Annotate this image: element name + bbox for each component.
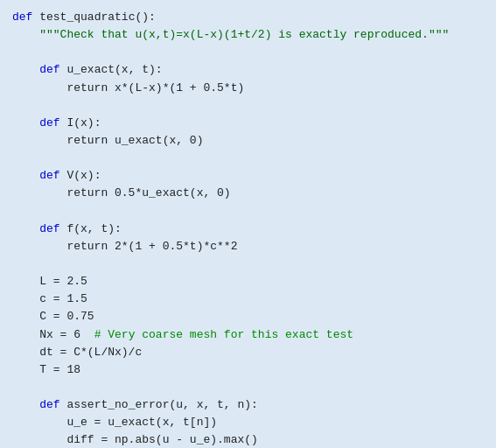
code-line: return 0.5*u_exact(x, 0) [12, 185, 484, 202]
code-line: return x*(L-x)*(1 + 0.5*t) [12, 80, 484, 97]
code-line [12, 379, 484, 396]
code-line [12, 97, 484, 115]
code-container: def test_quadratic(): """Check that u(x,… [0, 0, 496, 448]
code-line [12, 150, 484, 167]
code-line [12, 44, 484, 61]
code-line: return 2*(1 + 0.5*t)*c**2 [12, 238, 484, 256]
code-line: T = 18 [12, 361, 484, 379]
code-line: def f(x, t): [12, 220, 484, 238]
code-line: def V(x): [12, 167, 484, 185]
code-block: def test_quadratic(): """Check that u(x,… [12, 9, 484, 448]
code-line [12, 203, 484, 220]
code-line: L = 2.5 [12, 273, 484, 290]
code-line: def test_quadratic(): [12, 9, 484, 26]
code-line: C = 0.75 [12, 308, 484, 326]
code-line: u_e = u_exact(x, t[n]) [12, 414, 484, 431]
code-line: def assert_no_error(u, x, t, n): [12, 396, 484, 414]
code-line: c = 1.5 [12, 290, 484, 308]
code-line: return u_exact(x, 0) [12, 132, 484, 150]
code-line: Nx = 6 # Very coarse mesh for this exact… [12, 326, 484, 344]
code-line: """Check that u(x,t)=x(L-x)(1+t/2) is ex… [12, 26, 484, 44]
code-line: dt = C*(L/Nx)/c [12, 344, 484, 361]
code-line: diff = np.abs(u - u_e).max() [12, 431, 484, 448]
code-line: def I(x): [12, 115, 484, 132]
code-line [12, 256, 484, 273]
code-line: def u_exact(x, t): [12, 61, 484, 79]
